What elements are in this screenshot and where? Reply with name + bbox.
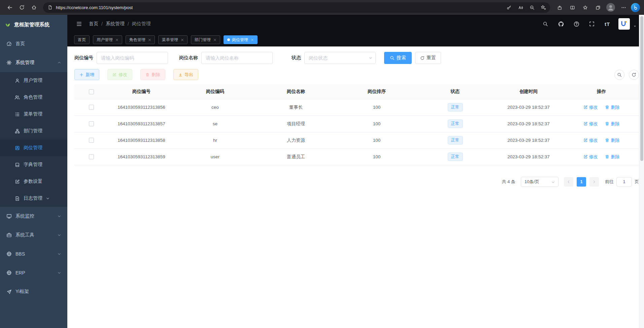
add-favorite-icon[interactable] [539, 3, 548, 12]
sidebar-item-system-monitor[interactable]: 系统监控 [0, 207, 67, 226]
row-checkbox[interactable] [89, 154, 94, 159]
tab-post-mgmt[interactable]: 岗位管理 [224, 35, 258, 44]
password-key-icon[interactable] [504, 3, 514, 12]
add-button[interactable]: 新增 [74, 69, 99, 80]
search-icon[interactable] [541, 20, 550, 28]
home-button[interactable] [28, 2, 40, 13]
close-icon[interactable] [181, 38, 184, 41]
table-row[interactable]: 1641030593112313857 se 项目经理 100 正常 2023-… [74, 116, 639, 132]
next-page-button[interactable] [589, 177, 599, 187]
close-icon[interactable] [213, 38, 216, 41]
favorites-bar-icon[interactable] [580, 2, 590, 13]
profile-avatar[interactable] [605, 2, 616, 13]
chevron-down-icon [57, 233, 61, 237]
more-menu-icon[interactable] [618, 2, 629, 13]
caret-down-icon[interactable] [633, 25, 637, 28]
tab-label: 菜单管理 [162, 37, 178, 43]
export-button[interactable]: 导出 [173, 69, 198, 80]
table-row[interactable]: 1641030593112313856 ceo 董事长 100 正常 2023-… [74, 99, 639, 116]
table-row[interactable]: 1641030593112313858 hr 人力资源 100 正常 2023-… [74, 132, 639, 149]
active-dot [227, 38, 230, 41]
sidebar-item-dept-mgmt[interactable]: 部门管理 [0, 123, 67, 139]
table-row[interactable]: 1641030593112313859 user 普通员工 100 正常 202… [74, 149, 639, 165]
tab-user-mgmt[interactable]: 用户管理 [93, 35, 122, 44]
tab-home[interactable]: 首页 [74, 35, 90, 44]
sidebar-item-log-mgmt[interactable]: 日志管理 [0, 190, 67, 207]
reset-button[interactable]: 重置 [415, 52, 441, 64]
refresh-button[interactable] [16, 2, 28, 13]
row-checkbox[interactable] [89, 105, 94, 110]
post-name-input[interactable] [201, 52, 273, 64]
sidebar-item-label: Yi框架 [15, 289, 29, 295]
post-code-input[interactable] [97, 52, 168, 64]
delete-button[interactable]: 删除 [140, 69, 165, 80]
close-icon[interactable] [148, 38, 151, 41]
fullscreen-icon[interactable] [587, 20, 596, 28]
row-delete-link[interactable]: 删除 [605, 121, 619, 127]
read-aloud-icon[interactable] [516, 3, 525, 12]
row-delete-label: 删除 [611, 137, 619, 143]
tab-menu-mgmt[interactable]: 菜单管理 [158, 35, 188, 44]
gear-icon [6, 60, 12, 65]
row-delete-link[interactable]: 删除 [605, 104, 619, 110]
tab-role-mgmt[interactable]: 角色管理 [126, 35, 155, 44]
goto-page-input[interactable] [616, 177, 632, 187]
sidebar-item-post-mgmt[interactable]: 岗位管理 [0, 139, 67, 156]
close-icon[interactable] [115, 38, 118, 41]
zoom-out-icon[interactable] [527, 3, 537, 12]
status-select[interactable] [304, 52, 376, 64]
row-checkbox[interactable] [89, 121, 94, 126]
close-icon[interactable] [251, 38, 254, 41]
sidebar-item-dict-mgmt[interactable]: 字典管理 [0, 156, 67, 173]
row-edit-label: 修改 [589, 104, 598, 110]
address-bar[interactable]: https://ccnetcore.com:1101/system/post [43, 2, 550, 13]
sidebar-item-user-mgmt[interactable]: 用户管理 [0, 72, 67, 89]
row-edit-link[interactable]: 修改 [583, 121, 598, 127]
row-checkbox[interactable] [89, 138, 94, 143]
row-edit-link[interactable]: 修改 [583, 154, 598, 160]
sidebar-item-label: 日志管理 [24, 195, 42, 201]
row-delete-link[interactable]: 删除 [605, 154, 619, 160]
sidebar-item-bbs[interactable]: BBS [0, 244, 67, 263]
collections-icon[interactable] [592, 2, 603, 13]
page-size-select[interactable]: 10条/页 [521, 177, 558, 187]
breadcrumb-home[interactable]: 首页 [89, 21, 98, 27]
sidebar-item-system-tools[interactable]: 系统工具 [0, 226, 67, 244]
vertical-scrollbar[interactable] [639, 15, 644, 328]
extensions-icon[interactable] [554, 2, 565, 13]
sidebar-item-system-mgmt[interactable]: 系统管理 [0, 53, 67, 72]
sidebar-item-param-settings[interactable]: 参数设置 [0, 173, 67, 190]
sidebar-item-erp[interactable]: ERP [0, 263, 67, 282]
row-delete-link[interactable]: 删除 [605, 137, 619, 143]
prev-page-button[interactable] [564, 177, 573, 187]
sidebar-item-role-mgmt[interactable]: 角色管理 [0, 89, 67, 106]
globe-icon [6, 270, 12, 275]
refresh-table-icon[interactable] [629, 70, 639, 80]
sidebar-item-yi-framework[interactable]: Yi框架 [0, 282, 67, 301]
status-select-input[interactable] [304, 52, 376, 64]
github-icon[interactable] [556, 20, 565, 28]
help-icon[interactable] [572, 20, 581, 28]
back-button[interactable] [4, 2, 15, 13]
scrollbar-thumb[interactable] [640, 16, 643, 161]
status-badge: 正常 [448, 136, 463, 144]
sidebar-item-menu-mgmt[interactable]: 菜单管理 [0, 106, 67, 123]
row-edit-link[interactable]: 修改 [583, 104, 598, 110]
page-number-1[interactable]: 1 [577, 177, 586, 187]
split-screen-icon[interactable] [567, 2, 578, 13]
bing-copilot-icon[interactable] [631, 3, 640, 12]
select-all-checkbox[interactable] [89, 89, 94, 94]
collapse-sidebar-icon[interactable] [75, 20, 83, 28]
app-logo[interactable]: 意框架管理系统 [0, 15, 67, 34]
tab-label: 用户管理 [97, 37, 113, 43]
site-info-icon[interactable] [48, 5, 53, 10]
font-size-icon[interactable]: tT [603, 20, 612, 28]
user-avatar[interactable] [618, 18, 630, 30]
show-search-icon[interactable] [614, 70, 624, 80]
search-button[interactable]: 搜索 [384, 52, 412, 64]
row-edit-link[interactable]: 修改 [583, 137, 598, 143]
edit-button[interactable]: 修改 [107, 69, 132, 80]
tab-dept-mgmt[interactable]: 部门管理 [191, 35, 220, 44]
sidebar-item-home[interactable]: 首页 [0, 34, 67, 53]
breadcrumb-system-mgmt[interactable]: 系统管理 [106, 21, 125, 27]
